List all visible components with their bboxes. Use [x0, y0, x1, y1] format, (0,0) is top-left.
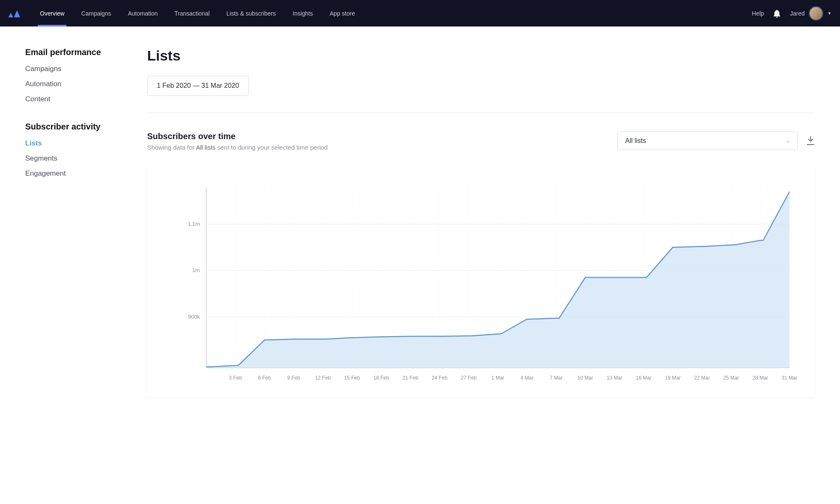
chevron-down-icon: ▼	[827, 11, 832, 16]
sidebar-item-segments[interactable]: Segments	[25, 154, 122, 163]
svg-text:16 Mar: 16 Mar	[636, 375, 652, 381]
nav-item-insights[interactable]: Insights	[284, 0, 321, 26]
svg-text:31 Mar: 31 Mar	[782, 375, 798, 381]
svg-text:21 Feb: 21 Feb	[402, 375, 418, 381]
sidebar-item-engagement[interactable]: Engagement	[25, 169, 122, 178]
section-title: Subscribers over time	[147, 132, 328, 141]
content: Lists 1 Feb 2020 — 31 Mar 2020 Subscribe…	[147, 47, 815, 397]
section-controls: All lists ⌄	[617, 132, 815, 150]
svg-text:27 Feb: 27 Feb	[461, 375, 477, 381]
sidebar-group-subscriber-activity: Subscriber activity	[25, 122, 122, 132]
nav-item-campaigns[interactable]: Campaigns	[73, 0, 119, 26]
sidebar-item-content[interactable]: Content	[25, 95, 122, 103]
svg-text:4 Mar: 4 Mar	[520, 375, 534, 381]
svg-text:3 Feb: 3 Feb	[229, 375, 242, 381]
sidebar-item-automation[interactable]: Automation	[25, 80, 122, 88]
section-subtitle: Showing data for All lists sent to durin…	[147, 144, 328, 151]
svg-text:10 Mar: 10 Mar	[578, 375, 594, 381]
nav-item-automation[interactable]: Automation	[119, 0, 166, 26]
chart-card: 900k1m1.1m3 Feb6 Feb9 Feb12 Feb15 Feb18 …	[147, 166, 815, 397]
avatar	[809, 6, 823, 21]
help-link[interactable]: Help	[752, 10, 764, 17]
svg-text:19 Mar: 19 Mar	[665, 375, 681, 381]
header-right: Help Jared ▼	[752, 6, 832, 21]
section-header: Subscribers over time Showing data for A…	[147, 132, 815, 151]
svg-text:9 Feb: 9 Feb	[287, 375, 300, 381]
user-menu[interactable]: Jared ▼	[790, 6, 832, 21]
sidebar-group-email-performance: Email performance	[25, 47, 122, 57]
svg-text:1m: 1m	[192, 267, 200, 273]
sidebar-item-lists[interactable]: Lists	[25, 139, 122, 148]
svg-text:28 Mar: 28 Mar	[753, 375, 769, 381]
svg-text:25 Mar: 25 Mar	[723, 375, 739, 381]
svg-text:18 Feb: 18 Feb	[373, 375, 389, 381]
nav-item-app-store[interactable]: App store	[321, 0, 363, 26]
notifications-icon[interactable]	[773, 9, 781, 18]
date-range-picker[interactable]: 1 Feb 2020 — 31 Mar 2020	[147, 76, 249, 96]
list-filter-select[interactable]: All lists ⌄	[617, 132, 798, 150]
svg-text:24 Feb: 24 Feb	[432, 375, 448, 381]
subscribers-chart: 900k1m1.1m3 Feb6 Feb9 Feb12 Feb15 Feb18 …	[160, 183, 802, 385]
download-icon[interactable]	[806, 136, 815, 145]
svg-text:6 Feb: 6 Feb	[258, 375, 271, 381]
svg-text:900k: 900k	[188, 314, 200, 320]
svg-text:7 Mar: 7 Mar	[550, 375, 563, 381]
svg-text:15 Feb: 15 Feb	[344, 375, 360, 381]
svg-text:1.1m: 1.1m	[188, 221, 200, 227]
divider	[147, 113, 815, 113]
nav-item-lists-subscribers[interactable]: Lists & subscribers	[218, 0, 284, 26]
chevron-down-icon: ⌄	[786, 138, 790, 144]
svg-text:1 Mar: 1 Mar	[491, 375, 505, 381]
main-layout: Email performance CampaignsAutomationCon…	[0, 26, 840, 414]
nav-item-transactional[interactable]: Transactional	[166, 0, 218, 26]
top-nav: OverviewCampaignsAutomationTransactional…	[32, 0, 363, 26]
user-name: Jared	[790, 10, 805, 17]
list-filter-value: All lists	[625, 137, 646, 145]
brand-logo[interactable]	[8, 9, 21, 18]
sidebar: Email performance CampaignsAutomationCon…	[25, 47, 122, 397]
svg-text:12 Feb: 12 Feb	[315, 375, 331, 381]
svg-text:22 Mar: 22 Mar	[694, 375, 710, 381]
svg-text:13 Mar: 13 Mar	[607, 375, 623, 381]
top-header: OverviewCampaignsAutomationTransactional…	[0, 0, 840, 26]
nav-item-overview[interactable]: Overview	[32, 0, 73, 26]
sidebar-item-campaigns[interactable]: Campaigns	[25, 65, 122, 73]
page-title: Lists	[147, 47, 815, 64]
